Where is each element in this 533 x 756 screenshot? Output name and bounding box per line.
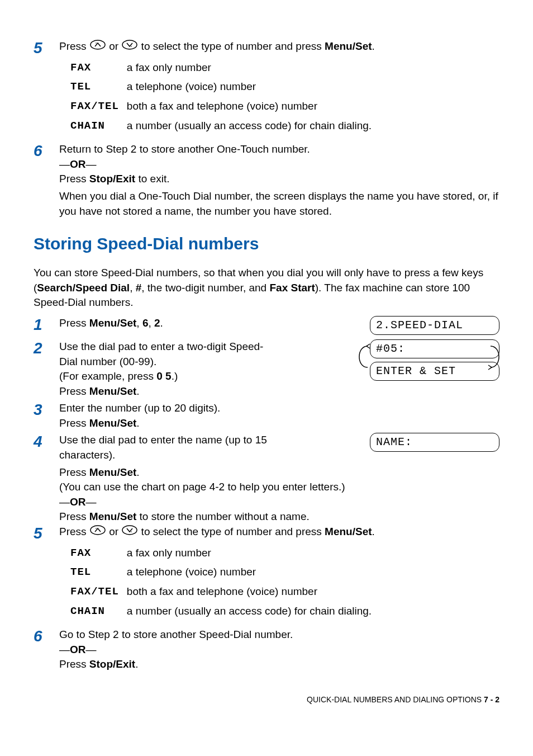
step-4-continued: Press Menu/Set. (You can use the chart o… — [59, 465, 499, 525]
text: .) — [172, 370, 178, 382]
menu-set-label: Menu/Set — [325, 40, 372, 52]
text: Go to Step 2 to store another Speed-Dial… — [59, 627, 499, 642]
text: Press — [59, 317, 89, 329]
down-arrow-key-icon — [121, 525, 138, 540]
page-footer: QUICK-DIAL NUMBERS AND DIALING OPTIONS 7… — [34, 694, 499, 706]
text: Press — [59, 417, 89, 429]
step-number: 6 — [34, 627, 59, 672]
svg-point-0 — [91, 40, 105, 49]
menu-set-label: Menu/Set — [89, 317, 136, 329]
text: Press — [59, 658, 89, 670]
step-number: 6 — [34, 142, 59, 219]
text: . — [160, 317, 163, 329]
step-body: Return to Step 2 to store another One-To… — [59, 142, 499, 219]
type-desc: a fax only number — [127, 544, 379, 563]
text: , — [148, 317, 154, 329]
example-line: (For example, press 0 5.) — [59, 369, 359, 384]
menu-set-label: Menu/Set — [325, 526, 372, 537]
dash: — — [59, 496, 70, 508]
type-code: FAX — [70, 544, 127, 563]
table-row: FAXa fax only number — [70, 544, 379, 563]
step-number: 5 — [34, 525, 59, 625]
text-line: Press Stop/Exit. — [59, 657, 499, 672]
text: Use the dial pad to enter a two-digit Sp… — [59, 339, 266, 369]
type-desc: a number (usually an access code) for ch… — [127, 116, 379, 136]
svg-point-3 — [131, 46, 132, 47]
document-page: 5 Press or to select the type of number … — [0, 0, 533, 728]
menu-set-label: Menu/Set — [89, 466, 136, 478]
lcd-display: NAME: — [370, 433, 499, 452]
page-number: 7 - 2 — [484, 695, 499, 704]
type-desc: both a fax and telephone (voice) number — [127, 97, 379, 116]
svg-point-6 — [122, 526, 137, 535]
step-body: Press or to select the type of number an… — [59, 39, 499, 140]
type-code: CHAIN — [70, 116, 127, 136]
stop-exit-label: Stop/Exit — [89, 173, 135, 185]
text: to store the number without a name. — [136, 511, 309, 522]
text: Press — [59, 40, 89, 52]
table-row: FAX/TELboth a fax and telephone (voice) … — [70, 97, 379, 116]
text: Return to Step 2 to store another One-To… — [59, 142, 499, 157]
alt-line: Press Menu/Set to store the number witho… — [59, 509, 499, 525]
or-line: —OR— — [59, 642, 499, 658]
text: . — [136, 466, 139, 478]
svg-point-1 — [96, 42, 97, 44]
step-1: 1 Press Menu/Set, 6, 2. 2.SPEED-DIAL — [34, 316, 499, 335]
key-label: Fax Start — [269, 282, 315, 294]
type-desc: a telephone (voice) number — [127, 563, 379, 582]
type-code: FAX — [70, 58, 127, 78]
type-code: TEL — [70, 77, 127, 97]
svg-point-2 — [122, 40, 137, 49]
section-heading: Storing Speed-Dial numbers — [34, 232, 499, 256]
svg-point-4 — [91, 526, 105, 535]
step-number: 5 — [34, 39, 59, 140]
number-type-table: FAXa fax only number TELa telephone (voi… — [70, 544, 379, 621]
type-desc: a number (usually an access code) for ch… — [127, 602, 379, 621]
text: to exit. — [135, 173, 169, 185]
text: or — [109, 40, 121, 52]
type-code: CHAIN — [70, 602, 127, 621]
text: (You can use the chart on page 4-2 to he… — [59, 480, 499, 495]
svg-point-5 — [96, 528, 97, 529]
type-code: FAX/TEL — [70, 582, 127, 602]
text: . — [372, 40, 375, 52]
key-label: # — [136, 282, 142, 294]
dash: — — [59, 644, 70, 655]
text: , — [130, 282, 136, 294]
lcd-display: #05: — [370, 339, 499, 358]
stop-exit-label: Stop/Exit — [89, 658, 135, 670]
step-number: 2 — [34, 339, 59, 399]
type-desc: a telephone (voice) number — [127, 77, 379, 97]
text: (For example, press — [59, 370, 156, 382]
text: , the two-digit number, and — [141, 282, 269, 294]
step-body: Press or to select the type of number an… — [59, 525, 499, 625]
dash: — — [86, 158, 97, 170]
text: Press — [59, 526, 89, 537]
type-code: FAX/TEL — [70, 97, 127, 116]
step-6-second: 6 Go to Step 2 to store another Speed-Di… — [34, 627, 499, 672]
down-arrow-key-icon — [121, 39, 138, 55]
step-body: Use the dial pad to enter a two-digit Sp… — [59, 339, 499, 399]
step-3: 3 Enter the number (up to 20 digits). Pr… — [34, 401, 499, 431]
text: Press — [59, 511, 89, 522]
step-number: 1 — [34, 316, 59, 335]
text: , — [136, 317, 142, 329]
dash: — — [86, 496, 97, 508]
text: to select the type of number and press — [141, 40, 325, 52]
menu-set-label: Menu/Set — [89, 417, 136, 429]
dash: — — [86, 644, 97, 655]
text: Use the dial pad to enter the name (up t… — [59, 433, 299, 462]
type-desc: a fax only number — [127, 58, 379, 78]
table-row: TELa telephone (voice) number — [70, 77, 379, 97]
or-line: —OR— — [59, 495, 499, 510]
press-line: Press Menu/Set. — [59, 416, 499, 431]
key-label: 0 5 — [156, 370, 171, 382]
step-body: Go to Step 2 to store another Speed-Dial… — [59, 627, 499, 672]
step-6-first: 6 Return to Step 2 to store another One-… — [34, 142, 499, 219]
step-number: 4 — [34, 433, 59, 462]
menu-set-label: Menu/Set — [89, 511, 136, 522]
step-body: Use the dial pad to enter the name (up t… — [59, 433, 499, 462]
step-number: 3 — [34, 401, 59, 431]
step-body: Enter the number (up to 20 digits). Pres… — [59, 401, 499, 431]
lcd-display: ENTER & SET — [370, 362, 499, 381]
